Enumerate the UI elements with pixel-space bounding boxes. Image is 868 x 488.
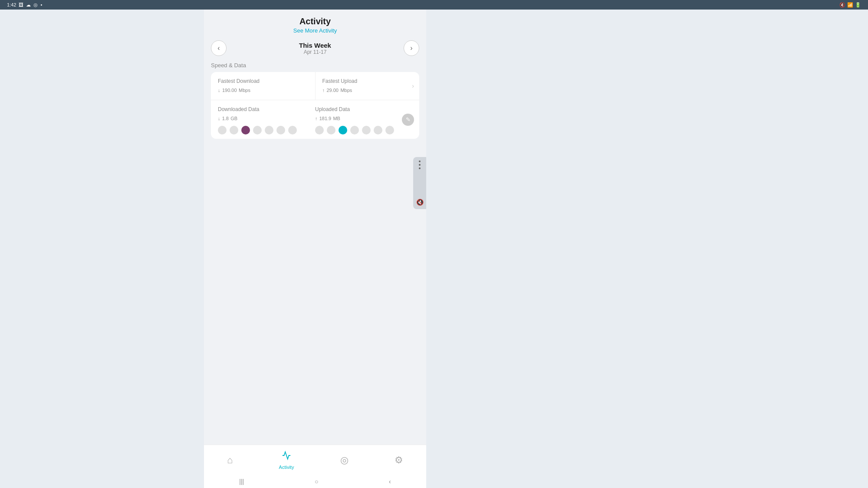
status-time: 1:42	[7, 2, 16, 7]
upload-dot-3-active	[339, 126, 347, 134]
download-dots-row	[218, 126, 315, 134]
download-arrow-icon: ↓	[218, 88, 220, 93]
fastest-upload-cell[interactable]: Fastest Upload ↑ 29.00 Mbps ›	[316, 72, 420, 100]
see-more-link[interactable]: See More Activity	[293, 27, 337, 34]
download-dot-4	[253, 126, 262, 134]
app-container: Activity See More Activity ‹ This Week A…	[204, 10, 426, 488]
week-dates: Apr 11-17	[299, 49, 331, 55]
page-title: Activity	[211, 16, 419, 26]
nav-item-data[interactable]: ◎	[340, 455, 349, 466]
download-data-arrow-icon: ↓	[218, 116, 220, 121]
uploaded-data-value: ↑ 181.9 MB	[315, 114, 412, 121]
right-background	[426, 0, 868, 488]
fastest-download-label: Fastest Download	[218, 78, 308, 84]
status-bar: 1:42 🖼 ☁ ◎ • 🔇 📶 🔋	[0, 0, 868, 10]
nav-item-activity[interactable]: Activity	[279, 451, 294, 470]
speed-row: Fastest Download ↓ 190.00 Mbps Fastest U…	[211, 72, 419, 100]
download-dot-6	[276, 126, 285, 134]
upload-dot-2	[327, 126, 335, 134]
next-week-button[interactable]: ›	[404, 40, 419, 56]
fastest-upload-unit: Mbps	[340, 88, 352, 93]
system-home-button[interactable]: ○	[315, 478, 318, 485]
settings-icon: ⚙	[395, 455, 403, 466]
left-background	[0, 0, 204, 488]
side-panel-dot-2	[419, 164, 421, 166]
prev-week-button[interactable]: ‹	[211, 40, 227, 56]
battery-icon: 🔋	[855, 2, 861, 8]
mute-icon: 🔇	[839, 2, 845, 8]
fastest-download-value: ↓ 190.00 Mbps	[218, 86, 308, 94]
content-area: Activity See More Activity ‹ This Week A…	[204, 10, 426, 445]
home-icon: ⌂	[227, 455, 233, 466]
edit-icon[interactable]: ✎	[402, 114, 414, 126]
activity-icon	[282, 451, 291, 463]
system-nav-bar: ||| ○ ‹	[204, 475, 426, 488]
activity-label: Activity	[279, 465, 294, 470]
upload-dot-1	[315, 126, 324, 134]
downloaded-data-cell: Downloaded Data ↓ 1.8 GB	[218, 106, 315, 134]
system-menu-button[interactable]: |||	[239, 478, 244, 485]
upload-dot-7	[385, 126, 394, 134]
header: Activity See More Activity	[211, 16, 419, 34]
side-panel-dot-3	[419, 167, 421, 169]
upload-data-arrow-icon: ↑	[315, 116, 318, 121]
wifi-icon: 📶	[847, 2, 853, 8]
downloaded-data-number: 1.8	[222, 116, 229, 121]
upload-dot-6	[374, 126, 382, 134]
downloaded-data-unit: GB	[230, 116, 237, 121]
download-dot-7	[288, 126, 297, 134]
fastest-upload-number: 29.00	[326, 88, 339, 93]
dot-icon: •	[40, 2, 42, 7]
upload-dot-4	[350, 126, 359, 134]
side-panel: 🔇	[413, 157, 426, 209]
week-info: This Week Apr 11-17	[299, 42, 331, 55]
uploaded-data-cell: Uploaded Data ↑ 181.9 MB	[315, 106, 412, 134]
nav-item-settings[interactable]: ⚙	[395, 455, 403, 466]
download-dot-1	[218, 126, 227, 134]
bottom-navigation: ⌂ Activity ◎ ⚙	[204, 445, 426, 475]
downloaded-data-value: ↓ 1.8 GB	[218, 114, 315, 121]
fastest-upload-value: ↑ 29.00 Mbps	[322, 86, 413, 94]
circle-icon: ◎	[33, 2, 38, 8]
download-dot-5	[265, 126, 273, 134]
chevron-left-icon: ‹	[217, 44, 220, 52]
week-navigation: ‹ This Week Apr 11-17 ›	[211, 40, 419, 56]
fastest-upload-label: Fastest Upload	[322, 78, 413, 84]
upload-dots-row	[315, 126, 412, 134]
uploaded-data-number: 181.9	[319, 116, 332, 121]
week-label: This Week	[299, 42, 331, 49]
fastest-download-number: 190.00	[222, 88, 237, 93]
chevron-right-icon: ›	[410, 44, 412, 52]
side-panel-dot-1	[419, 160, 421, 162]
fastest-download-cell[interactable]: Fastest Download ↓ 190.00 Mbps	[211, 72, 316, 100]
uploaded-data-unit: MB	[333, 116, 340, 121]
side-panel-mute-icon[interactable]: 🔇	[416, 199, 424, 206]
cloud-icon: ☁	[26, 2, 31, 8]
system-back-button[interactable]: ‹	[389, 478, 391, 485]
upload-chevron-icon: ›	[412, 82, 414, 89]
data-icon: ◎	[340, 455, 349, 466]
download-dot-3-active	[241, 126, 250, 134]
section-title-speed-data: Speed & Data	[211, 62, 419, 69]
speed-data-card: Fastest Download ↓ 190.00 Mbps Fastest U…	[211, 72, 419, 139]
data-row: Downloaded Data ↓ 1.8 GB	[211, 100, 419, 139]
uploaded-data-label: Uploaded Data	[315, 106, 412, 112]
nav-item-home[interactable]: ⌂	[227, 455, 233, 466]
downloaded-data-label: Downloaded Data	[218, 106, 315, 112]
download-dot-2	[230, 126, 238, 134]
upload-arrow-icon: ↑	[322, 88, 325, 93]
photo-icon: 🖼	[19, 2, 23, 7]
fastest-download-unit: Mbps	[239, 88, 250, 93]
upload-dot-5	[362, 126, 371, 134]
